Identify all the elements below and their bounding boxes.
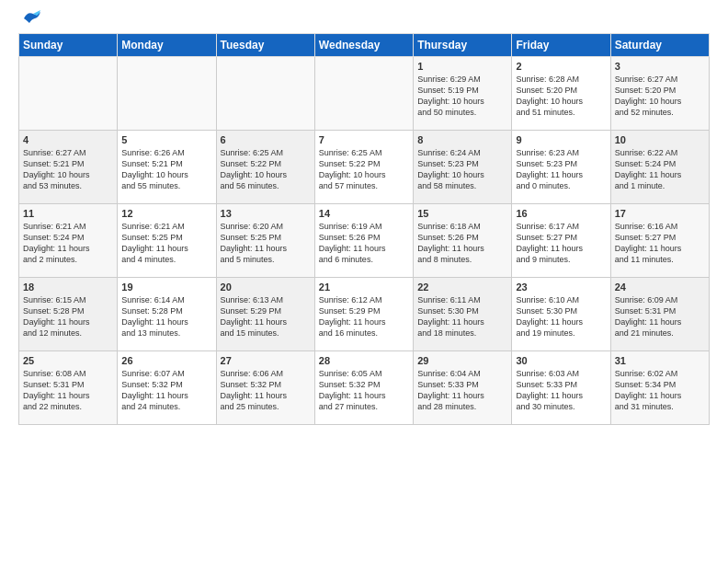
calendar-cell: 16Sunrise: 6:17 AM Sunset: 5:27 PM Dayli… xyxy=(512,204,610,278)
calendar-week-row: 11Sunrise: 6:21 AM Sunset: 5:24 PM Dayli… xyxy=(19,204,710,278)
weekday-header-friday: Friday xyxy=(512,34,610,57)
day-number: 24 xyxy=(615,282,705,293)
weekday-header-sunday: Sunday xyxy=(19,34,118,57)
cell-info: Sunrise: 6:12 AM Sunset: 5:29 PM Dayligh… xyxy=(319,294,409,339)
calendar-cell: 15Sunrise: 6:18 AM Sunset: 5:26 PM Dayli… xyxy=(414,204,512,278)
calendar-cell: 12Sunrise: 6:21 AM Sunset: 5:25 PM Dayli… xyxy=(118,204,216,278)
day-number: 6 xyxy=(221,134,311,145)
day-number: 9 xyxy=(516,134,606,145)
page: SundayMondayTuesdayWednesdayThursdayFrid… xyxy=(0,0,728,434)
cell-info: Sunrise: 6:07 AM Sunset: 5:32 PM Dayligh… xyxy=(121,368,211,413)
cell-info: Sunrise: 6:27 AM Sunset: 5:20 PM Dayligh… xyxy=(615,74,705,119)
calendar-cell xyxy=(314,57,413,131)
cell-info: Sunrise: 6:25 AM Sunset: 5:22 PM Dayligh… xyxy=(319,147,409,192)
calendar-cell: 24Sunrise: 6:09 AM Sunset: 5:31 PM Dayli… xyxy=(610,278,709,351)
calendar-cell: 26Sunrise: 6:07 AM Sunset: 5:32 PM Dayli… xyxy=(118,351,216,425)
calendar-week-row: 4Sunrise: 6:27 AM Sunset: 5:21 PM Daylig… xyxy=(19,131,710,204)
weekday-header-thursday: Thursday xyxy=(414,34,512,57)
calendar-cell: 9Sunrise: 6:23 AM Sunset: 5:23 PM Daylig… xyxy=(512,131,610,204)
calendar-cell: 8Sunrise: 6:24 AM Sunset: 5:23 PM Daylig… xyxy=(414,131,512,204)
calendar-cell xyxy=(19,57,118,131)
day-number: 10 xyxy=(615,134,705,145)
day-number: 29 xyxy=(417,355,507,366)
calendar-week-row: 25Sunrise: 6:08 AM Sunset: 5:31 PM Dayli… xyxy=(19,351,710,425)
calendar-cell: 22Sunrise: 6:11 AM Sunset: 5:30 PM Dayli… xyxy=(414,278,512,351)
calendar-cell: 17Sunrise: 6:16 AM Sunset: 5:27 PM Dayli… xyxy=(610,204,709,278)
day-number: 25 xyxy=(23,355,113,366)
calendar-cell: 18Sunrise: 6:15 AM Sunset: 5:28 PM Dayli… xyxy=(19,278,118,351)
cell-info: Sunrise: 6:21 AM Sunset: 5:25 PM Dayligh… xyxy=(121,221,211,266)
day-number: 16 xyxy=(516,208,606,219)
day-number: 22 xyxy=(417,282,507,293)
cell-info: Sunrise: 6:20 AM Sunset: 5:25 PM Dayligh… xyxy=(221,221,311,266)
day-number: 7 xyxy=(319,134,409,145)
cell-info: Sunrise: 6:28 AM Sunset: 5:20 PM Dayligh… xyxy=(516,74,606,119)
cell-info: Sunrise: 6:27 AM Sunset: 5:21 PM Dayligh… xyxy=(23,147,113,192)
day-number: 14 xyxy=(319,208,409,219)
day-number: 12 xyxy=(121,208,211,219)
day-number: 23 xyxy=(516,282,606,293)
day-number: 5 xyxy=(121,134,211,145)
calendar-cell: 1Sunrise: 6:29 AM Sunset: 5:19 PM Daylig… xyxy=(414,57,512,131)
cell-info: Sunrise: 6:16 AM Sunset: 5:27 PM Dayligh… xyxy=(615,221,705,266)
day-number: 1 xyxy=(417,61,507,72)
day-number: 18 xyxy=(23,282,113,293)
calendar-cell: 10Sunrise: 6:22 AM Sunset: 5:24 PM Dayli… xyxy=(610,131,709,204)
cell-info: Sunrise: 6:10 AM Sunset: 5:30 PM Dayligh… xyxy=(516,294,606,339)
day-number: 20 xyxy=(221,282,311,293)
day-number: 31 xyxy=(615,355,705,366)
calendar-cell: 11Sunrise: 6:21 AM Sunset: 5:24 PM Dayli… xyxy=(19,204,118,278)
calendar-cell: 20Sunrise: 6:13 AM Sunset: 5:29 PM Dayli… xyxy=(216,278,314,351)
calendar-cell xyxy=(118,57,216,131)
day-number: 15 xyxy=(417,208,507,219)
calendar-cell: 25Sunrise: 6:08 AM Sunset: 5:31 PM Dayli… xyxy=(19,351,118,425)
calendar-cell: 4Sunrise: 6:27 AM Sunset: 5:21 PM Daylig… xyxy=(19,131,118,204)
calendar-cell: 19Sunrise: 6:14 AM Sunset: 5:28 PM Dayli… xyxy=(118,278,216,351)
weekday-header-wednesday: Wednesday xyxy=(314,34,413,57)
calendar-cell: 31Sunrise: 6:02 AM Sunset: 5:34 PM Dayli… xyxy=(610,351,709,425)
calendar-week-row: 1Sunrise: 6:29 AM Sunset: 5:19 PM Daylig… xyxy=(19,57,710,131)
cell-info: Sunrise: 6:18 AM Sunset: 5:26 PM Dayligh… xyxy=(417,221,507,266)
day-number: 21 xyxy=(319,282,409,293)
cell-info: Sunrise: 6:21 AM Sunset: 5:24 PM Dayligh… xyxy=(23,221,113,266)
calendar-cell: 3Sunrise: 6:27 AM Sunset: 5:20 PM Daylig… xyxy=(610,57,709,131)
header xyxy=(18,9,710,26)
calendar-cell: 28Sunrise: 6:05 AM Sunset: 5:32 PM Dayli… xyxy=(314,351,413,425)
calendar-cell: 21Sunrise: 6:12 AM Sunset: 5:29 PM Dayli… xyxy=(314,278,413,351)
weekday-header-row: SundayMondayTuesdayWednesdayThursdayFrid… xyxy=(19,34,710,57)
calendar-cell: 5Sunrise: 6:26 AM Sunset: 5:21 PM Daylig… xyxy=(118,131,216,204)
cell-info: Sunrise: 6:09 AM Sunset: 5:31 PM Dayligh… xyxy=(615,294,705,339)
logo xyxy=(18,13,42,26)
calendar-cell: 27Sunrise: 6:06 AM Sunset: 5:32 PM Dayli… xyxy=(216,351,314,425)
cell-info: Sunrise: 6:03 AM Sunset: 5:33 PM Dayligh… xyxy=(516,368,606,413)
cell-info: Sunrise: 6:25 AM Sunset: 5:22 PM Dayligh… xyxy=(221,147,311,192)
day-number: 2 xyxy=(516,61,606,72)
bird-icon xyxy=(22,9,42,26)
day-number: 30 xyxy=(516,355,606,366)
cell-info: Sunrise: 6:22 AM Sunset: 5:24 PM Dayligh… xyxy=(615,147,705,192)
day-number: 19 xyxy=(121,282,211,293)
weekday-header-saturday: Saturday xyxy=(610,34,709,57)
calendar: SundayMondayTuesdayWednesdayThursdayFrid… xyxy=(18,33,710,425)
weekday-header-tuesday: Tuesday xyxy=(216,34,314,57)
day-number: 8 xyxy=(417,134,507,145)
day-number: 26 xyxy=(121,355,211,366)
cell-info: Sunrise: 6:24 AM Sunset: 5:23 PM Dayligh… xyxy=(417,147,507,192)
cell-info: Sunrise: 6:08 AM Sunset: 5:31 PM Dayligh… xyxy=(23,368,113,413)
day-number: 27 xyxy=(221,355,311,366)
day-number: 13 xyxy=(221,208,311,219)
cell-info: Sunrise: 6:26 AM Sunset: 5:21 PM Dayligh… xyxy=(121,147,211,192)
calendar-cell: 23Sunrise: 6:10 AM Sunset: 5:30 PM Dayli… xyxy=(512,278,610,351)
cell-info: Sunrise: 6:17 AM Sunset: 5:27 PM Dayligh… xyxy=(516,221,606,266)
cell-info: Sunrise: 6:29 AM Sunset: 5:19 PM Dayligh… xyxy=(417,74,507,119)
day-number: 3 xyxy=(615,61,705,72)
calendar-cell: 30Sunrise: 6:03 AM Sunset: 5:33 PM Dayli… xyxy=(512,351,610,425)
weekday-header-monday: Monday xyxy=(118,34,216,57)
cell-info: Sunrise: 6:05 AM Sunset: 5:32 PM Dayligh… xyxy=(319,368,409,413)
cell-info: Sunrise: 6:11 AM Sunset: 5:30 PM Dayligh… xyxy=(417,294,507,339)
cell-info: Sunrise: 6:02 AM Sunset: 5:34 PM Dayligh… xyxy=(615,368,705,413)
cell-info: Sunrise: 6:23 AM Sunset: 5:23 PM Dayligh… xyxy=(516,147,606,192)
day-number: 11 xyxy=(23,208,113,219)
day-number: 4 xyxy=(23,134,113,145)
cell-info: Sunrise: 6:19 AM Sunset: 5:26 PM Dayligh… xyxy=(319,221,409,266)
